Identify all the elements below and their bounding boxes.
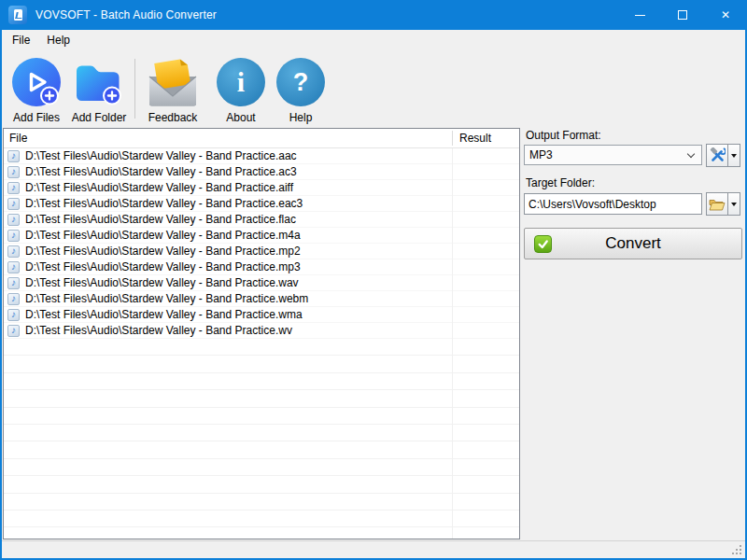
table-row[interactable]: ♪ D:\Test Files\Audio\Stardew Valley - B… xyxy=(4,259,519,275)
target-folder-label: Target Folder: xyxy=(526,176,595,189)
audio-file-icon: ♪ xyxy=(7,198,20,210)
help-button[interactable]: ? Help xyxy=(274,57,328,124)
about-icon: i xyxy=(217,57,265,107)
help-label: Help xyxy=(289,111,313,124)
table-row[interactable]: ♪ D:\Test Files\Audio\Stardew Valley - B… xyxy=(4,244,519,259)
audio-file-icon: ♪ xyxy=(7,245,20,258)
options-panel: Output Format: MP3 Target Folder: xyxy=(523,128,745,539)
browse-folder-dropdown[interactable] xyxy=(728,203,740,206)
add-files-icon xyxy=(12,57,61,107)
file-path: D:\Test Files\Audio\Stardew Valley - Ban… xyxy=(25,245,301,258)
file-list-body: ♪ D:\Test Files\Audio\Stardew Valley - B… xyxy=(4,148,519,539)
audio-file-icon: ♪ xyxy=(7,309,20,321)
add-files-label: Add Files xyxy=(13,111,60,124)
file-list[interactable]: File Result ♪ D:\Test Files\Audio\Starde… xyxy=(3,128,520,539)
file-path: D:\Test Files\Audio\Stardew Valley - Ban… xyxy=(25,276,299,289)
audio-file-icon: ♪ xyxy=(7,261,20,273)
output-format-label: Output Format: xyxy=(526,129,601,142)
convert-button[interactable]: Convert xyxy=(524,228,742,259)
table-row[interactable]: ♪ D:\Test Files\Audio\Stardew Valley - B… xyxy=(4,323,519,339)
target-folder-input[interactable] xyxy=(524,193,702,215)
toolbar-separator xyxy=(134,59,135,119)
tools-icon xyxy=(707,147,727,163)
table-row[interactable]: ♪ D:\Test Files\Audio\Stardew Valley - B… xyxy=(4,196,519,212)
file-path: D:\Test Files\Audio\Stardew Valley - Ban… xyxy=(25,213,296,226)
feedback-button[interactable]: Feedback xyxy=(137,57,208,124)
feedback-icon xyxy=(147,57,199,107)
feedback-label: Feedback xyxy=(148,111,198,124)
column-gridline xyxy=(452,148,453,539)
table-row[interactable]: ♪ D:\Test Files\Audio\Stardew Valley - B… xyxy=(4,180,519,196)
minimize-icon xyxy=(635,15,645,16)
add-files-button[interactable]: Add Files xyxy=(7,57,65,124)
convert-label: Convert xyxy=(605,234,661,253)
close-icon: ✕ xyxy=(721,9,730,21)
file-list-header: File Result xyxy=(4,129,519,148)
table-row[interactable]: ♪ D:\Test Files\Audio\Stardew Valley - B… xyxy=(4,275,519,291)
about-button[interactable]: i About xyxy=(208,57,274,124)
column-header-file[interactable]: File xyxy=(9,132,27,145)
arrow-down-icon xyxy=(731,154,737,158)
help-icon: ? xyxy=(276,57,325,107)
file-path: D:\Test Files\Audio\Stardew Valley - Ban… xyxy=(25,197,303,210)
add-folder-label: Add Folder xyxy=(72,111,127,124)
empty-rows-area xyxy=(4,339,519,539)
format-settings-dropdown[interactable] xyxy=(728,154,740,158)
app-icon xyxy=(8,6,27,24)
audio-file-icon: ♪ xyxy=(7,325,20,337)
toolbar: Add Files Add Folder xyxy=(2,50,745,128)
file-path: D:\Test Files\Audio\Stardew Valley - Ban… xyxy=(25,165,297,178)
resize-grip-icon[interactable] xyxy=(732,545,734,547)
file-path: D:\Test Files\Audio\Stardew Valley - Ban… xyxy=(25,229,301,242)
file-path: D:\Test Files\Audio\Stardew Valley - Ban… xyxy=(25,260,301,273)
menu-bar: File Help xyxy=(2,30,745,50)
menu-help[interactable]: Help xyxy=(38,31,78,49)
chevron-down-icon xyxy=(687,150,695,158)
file-path: D:\Test Files\Audio\Stardew Valley - Ban… xyxy=(25,181,293,194)
table-row[interactable]: ♪ D:\Test Files\Audio\Stardew Valley - B… xyxy=(4,291,519,307)
title-bar: VOVSOFT - Batch Audio Converter ✕ xyxy=(0,0,747,30)
table-row[interactable]: ♪ D:\Test Files\Audio\Stardew Valley - B… xyxy=(4,148,519,164)
about-label: About xyxy=(226,111,255,124)
browse-folder-button[interactable] xyxy=(706,192,740,216)
column-divider[interactable] xyxy=(452,131,453,146)
audio-file-icon: ♪ xyxy=(7,230,20,242)
close-button[interactable]: ✕ xyxy=(704,0,747,30)
window-title: VOVSOFT - Batch Audio Converter xyxy=(35,8,217,21)
file-path: D:\Test Files\Audio\Stardew Valley - Ban… xyxy=(25,149,297,162)
check-icon xyxy=(534,235,552,253)
table-row[interactable]: ♪ D:\Test Files\Audio\Stardew Valley - B… xyxy=(4,212,519,228)
audio-file-icon: ♪ xyxy=(7,150,20,162)
arrow-down-icon xyxy=(731,203,737,206)
add-folder-icon xyxy=(74,57,124,107)
audio-file-icon: ♪ xyxy=(7,293,20,305)
file-rows: ♪ D:\Test Files\Audio\Stardew Valley - B… xyxy=(4,148,519,339)
table-row[interactable]: ♪ D:\Test Files\Audio\Stardew Valley - B… xyxy=(4,307,519,323)
output-format-select[interactable]: MP3 xyxy=(524,145,702,165)
file-path: D:\Test Files\Audio\Stardew Valley - Ban… xyxy=(25,292,308,305)
table-row[interactable]: ♪ D:\Test Files\Audio\Stardew Valley - B… xyxy=(4,228,519,244)
audio-file-icon: ♪ xyxy=(7,277,20,289)
maximize-button[interactable] xyxy=(661,0,704,30)
audio-file-icon: ♪ xyxy=(7,214,20,226)
column-header-result[interactable]: Result xyxy=(459,132,491,145)
app-window: VOVSOFT - Batch Audio Converter ✕ File H… xyxy=(0,0,747,560)
open-folder-icon xyxy=(707,198,727,211)
audio-file-icon: ♪ xyxy=(7,166,20,178)
format-settings-button[interactable] xyxy=(706,144,740,167)
output-format-value: MP3 xyxy=(529,148,553,161)
add-folder-button[interactable]: Add Folder xyxy=(65,57,133,124)
file-path: D:\Test Files\Audio\Stardew Valley - Ban… xyxy=(25,324,292,337)
audio-file-icon: ♪ xyxy=(7,182,20,194)
maximize-icon xyxy=(678,10,687,20)
minimize-button[interactable] xyxy=(618,0,661,30)
table-row[interactable]: ♪ D:\Test Files\Audio\Stardew Valley - B… xyxy=(4,164,519,180)
file-path: D:\Test Files\Audio\Stardew Valley - Ban… xyxy=(25,308,303,321)
status-bar xyxy=(2,540,745,558)
menu-file[interactable]: File xyxy=(4,31,38,49)
